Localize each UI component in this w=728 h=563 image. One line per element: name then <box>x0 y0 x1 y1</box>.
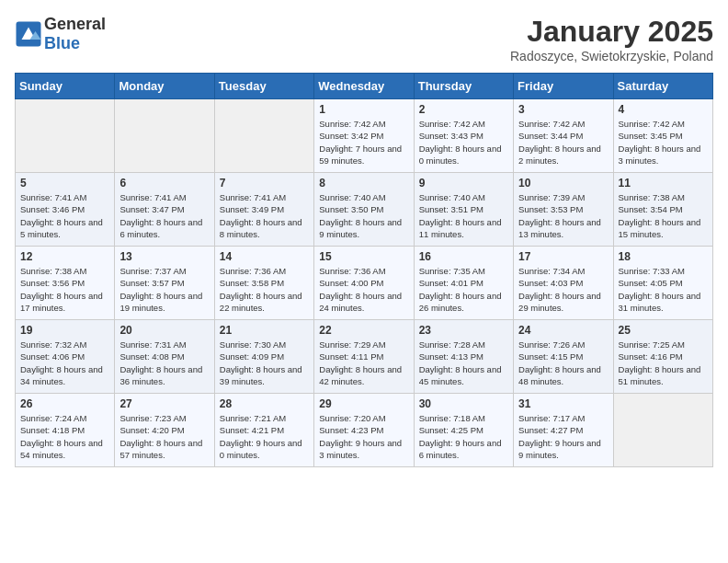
calendar-cell: 10Sunrise: 7:39 AMSunset: 3:53 PMDayligh… <box>514 173 613 247</box>
day-number: 8 <box>319 177 408 190</box>
cell-info: Sunrise: 7:34 AMSunset: 4:03 PMDaylight:… <box>518 265 608 314</box>
calendar-cell <box>115 99 214 173</box>
cell-info: Sunrise: 7:38 AMSunset: 3:56 PMDaylight:… <box>20 265 109 314</box>
day-number: 3 <box>518 103 608 116</box>
calendar-week-row: 19Sunrise: 7:32 AMSunset: 4:06 PMDayligh… <box>16 320 713 394</box>
cell-info: Sunrise: 7:33 AMSunset: 4:05 PMDaylight:… <box>619 265 708 314</box>
calendar-week-row: 26Sunrise: 7:24 AMSunset: 4:18 PMDayligh… <box>16 394 713 467</box>
cell-info: Sunrise: 7:23 AMSunset: 4:20 PMDaylight:… <box>119 412 209 461</box>
cell-info: Sunrise: 7:32 AMSunset: 4:06 PMDaylight:… <box>20 339 109 387</box>
day-number: 9 <box>419 177 508 190</box>
day-number: 2 <box>419 103 508 116</box>
calendar-week-row: 12Sunrise: 7:38 AMSunset: 3:56 PMDayligh… <box>16 247 713 320</box>
cell-info: Sunrise: 7:17 AMSunset: 4:27 PMDaylight:… <box>518 412 608 461</box>
cell-info: Sunrise: 7:40 AMSunset: 3:50 PMDaylight:… <box>319 191 408 240</box>
calendar-cell: 23Sunrise: 7:28 AMSunset: 4:13 PMDayligh… <box>414 320 513 394</box>
calendar-subtitle: Radoszyce, Swietokrzyskie, Poland <box>510 49 713 63</box>
cell-info: Sunrise: 7:38 AMSunset: 3:54 PMDaylight:… <box>619 191 708 240</box>
cell-info: Sunrise: 7:36 AMSunset: 3:58 PMDaylight:… <box>220 265 309 314</box>
title-block: January 2025 Radoszyce, Swietokrzyskie, … <box>510 15 713 63</box>
day-number: 27 <box>119 397 209 410</box>
calendar-cell: 29Sunrise: 7:20 AMSunset: 4:23 PMDayligh… <box>314 394 414 467</box>
calendar-cell: 3Sunrise: 7:42 AMSunset: 3:44 PMDaylight… <box>514 99 613 173</box>
calendar-table: SundayMondayTuesdayWednesdayThursdayFrid… <box>15 73 713 467</box>
cell-info: Sunrise: 7:35 AMSunset: 4:01 PMDaylight:… <box>419 265 508 314</box>
calendar-cell: 31Sunrise: 7:17 AMSunset: 4:27 PMDayligh… <box>514 394 613 467</box>
calendar-cell: 2Sunrise: 7:42 AMSunset: 3:43 PMDaylight… <box>414 99 513 173</box>
calendar-cell <box>214 99 313 173</box>
calendar-cell: 24Sunrise: 7:26 AMSunset: 4:15 PMDayligh… <box>514 320 613 394</box>
day-number: 28 <box>220 397 309 410</box>
cell-info: Sunrise: 7:41 AMSunset: 3:49 PMDaylight:… <box>220 191 309 240</box>
day-number: 19 <box>20 324 109 337</box>
cell-info: Sunrise: 7:41 AMSunset: 3:46 PMDaylight:… <box>20 191 109 240</box>
calendar-cell: 9Sunrise: 7:40 AMSunset: 3:51 PMDaylight… <box>414 173 513 247</box>
cell-info: Sunrise: 7:18 AMSunset: 4:25 PMDaylight:… <box>419 412 508 461</box>
day-number: 12 <box>20 250 109 263</box>
day-number: 11 <box>619 177 708 190</box>
day-number: 13 <box>119 250 209 263</box>
calendar-cell: 15Sunrise: 7:36 AMSunset: 4:00 PMDayligh… <box>314 247 414 320</box>
weekday-header: Monday <box>115 74 214 99</box>
day-number: 6 <box>119 177 209 190</box>
cell-info: Sunrise: 7:31 AMSunset: 4:08 PMDaylight:… <box>119 339 209 387</box>
cell-info: Sunrise: 7:42 AMSunset: 3:43 PMDaylight:… <box>419 118 508 167</box>
calendar-cell: 16Sunrise: 7:35 AMSunset: 4:01 PMDayligh… <box>414 247 513 320</box>
cell-info: Sunrise: 7:25 AMSunset: 4:16 PMDaylight:… <box>619 339 708 387</box>
calendar-cell: 27Sunrise: 7:23 AMSunset: 4:20 PMDayligh… <box>115 394 214 467</box>
calendar-cell <box>16 99 115 173</box>
day-number: 22 <box>319 324 408 337</box>
day-number: 15 <box>319 250 408 263</box>
calendar-cell <box>613 394 712 467</box>
day-number: 25 <box>619 324 708 337</box>
weekday-header: Sunday <box>16 74 115 99</box>
cell-info: Sunrise: 7:26 AMSunset: 4:15 PMDaylight:… <box>518 339 608 387</box>
day-number: 30 <box>419 397 508 410</box>
calendar-cell: 22Sunrise: 7:29 AMSunset: 4:11 PMDayligh… <box>314 320 414 394</box>
calendar-cell: 14Sunrise: 7:36 AMSunset: 3:58 PMDayligh… <box>214 247 313 320</box>
weekday-header: Saturday <box>613 74 712 99</box>
calendar-title: January 2025 <box>510 15 713 49</box>
cell-info: Sunrise: 7:42 AMSunset: 3:45 PMDaylight:… <box>619 118 708 167</box>
cell-info: Sunrise: 7:20 AMSunset: 4:23 PMDaylight:… <box>319 412 408 461</box>
day-number: 7 <box>220 177 309 190</box>
logo-general: General <box>44 15 106 33</box>
cell-info: Sunrise: 7:28 AMSunset: 4:13 PMDaylight:… <box>419 339 508 387</box>
cell-info: Sunrise: 7:36 AMSunset: 4:00 PMDaylight:… <box>319 265 408 314</box>
calendar-cell: 11Sunrise: 7:38 AMSunset: 3:54 PMDayligh… <box>613 173 712 247</box>
calendar-cell: 6Sunrise: 7:41 AMSunset: 3:47 PMDaylight… <box>115 173 214 247</box>
calendar-cell: 8Sunrise: 7:40 AMSunset: 3:50 PMDaylight… <box>314 173 414 247</box>
day-number: 29 <box>319 397 408 410</box>
cell-info: Sunrise: 7:24 AMSunset: 4:18 PMDaylight:… <box>20 412 109 461</box>
day-number: 21 <box>220 324 309 337</box>
calendar-cell: 21Sunrise: 7:30 AMSunset: 4:09 PMDayligh… <box>214 320 313 394</box>
day-number: 24 <box>518 324 608 337</box>
calendar-cell: 4Sunrise: 7:42 AMSunset: 3:45 PMDaylight… <box>613 99 712 173</box>
calendar-cell: 1Sunrise: 7:42 AMSunset: 3:42 PMDaylight… <box>314 99 414 173</box>
weekday-header: Friday <box>514 74 613 99</box>
calendar-cell: 12Sunrise: 7:38 AMSunset: 3:56 PMDayligh… <box>16 247 115 320</box>
day-number: 14 <box>220 250 309 263</box>
calendar-header: SundayMondayTuesdayWednesdayThursdayFrid… <box>16 74 713 99</box>
calendar-cell: 19Sunrise: 7:32 AMSunset: 4:06 PMDayligh… <box>16 320 115 394</box>
cell-info: Sunrise: 7:41 AMSunset: 3:47 PMDaylight:… <box>119 191 209 240</box>
calendar-body: 1Sunrise: 7:42 AMSunset: 3:42 PMDaylight… <box>16 99 713 467</box>
calendar-cell: 17Sunrise: 7:34 AMSunset: 4:03 PMDayligh… <box>514 247 613 320</box>
day-number: 23 <box>419 324 508 337</box>
weekday-header: Wednesday <box>314 74 414 99</box>
calendar-cell: 5Sunrise: 7:41 AMSunset: 3:46 PMDaylight… <box>16 173 115 247</box>
day-number: 10 <box>518 177 608 190</box>
day-number: 1 <box>319 103 408 116</box>
day-number: 16 <box>419 250 508 263</box>
day-number: 4 <box>619 103 708 116</box>
cell-info: Sunrise: 7:21 AMSunset: 4:21 PMDaylight:… <box>220 412 309 461</box>
cell-info: Sunrise: 7:39 AMSunset: 3:53 PMDaylight:… <box>518 191 608 240</box>
calendar-week-row: 5Sunrise: 7:41 AMSunset: 3:46 PMDaylight… <box>16 173 713 247</box>
weekday-header: Tuesday <box>214 74 313 99</box>
day-number: 31 <box>518 397 608 410</box>
calendar-cell: 28Sunrise: 7:21 AMSunset: 4:21 PMDayligh… <box>214 394 313 467</box>
day-number: 17 <box>518 250 608 263</box>
cell-info: Sunrise: 7:40 AMSunset: 3:51 PMDaylight:… <box>419 191 508 240</box>
weekday-header: Thursday <box>414 74 513 99</box>
cell-info: Sunrise: 7:37 AMSunset: 3:57 PMDaylight:… <box>119 265 209 314</box>
